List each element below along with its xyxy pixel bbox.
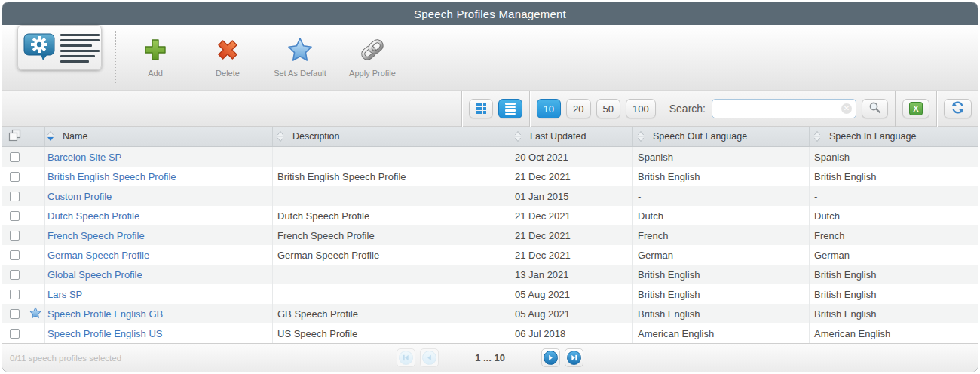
row-last-updated: 21 Dec 2021 (510, 206, 632, 225)
page-size-100-button[interactable]: 100 (626, 99, 656, 118)
delete-x-icon (215, 37, 240, 65)
logo-text-lines (60, 34, 100, 63)
column-header-last-updated[interactable]: Last Updated (510, 127, 632, 146)
chain-link-icon (360, 37, 385, 65)
row-speech-in: French (809, 225, 978, 245)
row-last-updated: 05 Aug 2021 (510, 304, 632, 323)
row-description: French Speech Profile (272, 225, 510, 245)
refresh-button[interactable] (944, 99, 972, 118)
row-name-link[interactable]: Barcelon Site SP (47, 152, 121, 163)
first-page-button[interactable] (397, 348, 415, 367)
row-checkbox[interactable] (10, 290, 20, 299)
list-view-button[interactable] (498, 99, 522, 118)
row-checkbox[interactable] (10, 250, 20, 260)
row-checkbox[interactable] (10, 192, 20, 201)
delete-button-label: Delete (216, 69, 240, 78)
row-checkbox[interactable] (10, 152, 20, 162)
row-name-link[interactable]: Lars SP (47, 289, 82, 300)
row-last-updated: 21 Dec 2021 (510, 225, 632, 245)
row-checkbox[interactable] (10, 211, 20, 221)
page-indicator: 1 ... 10 (475, 352, 505, 363)
speech-profiles-window: Speech Profiles Management (2, 2, 978, 372)
toolbar-separator (115, 31, 116, 84)
delete-button[interactable]: Delete (191, 34, 264, 81)
table-row: French Speech Profile French Speech Prof… (2, 225, 978, 245)
row-checkbox[interactable] (10, 329, 20, 339)
select-all-button[interactable] (8, 129, 21, 144)
row-last-updated: 21 Dec 2021 (510, 167, 632, 186)
row-name-link[interactable]: German Speech Profile (47, 250, 149, 261)
row-last-updated: 21 Dec 2021 (510, 245, 632, 265)
next-page-button[interactable] (541, 348, 560, 367)
row-speech-out: Spanish (632, 147, 809, 167)
page-size-10-button[interactable]: 10 (537, 99, 561, 118)
table-row: Barcelon Site SP 20 Oct 2021 Spanish Spa… (2, 147, 978, 167)
page-title: Speech Profiles Management (414, 8, 566, 20)
grid-view-button[interactable] (469, 99, 493, 118)
list-controls-bar: 10 20 50 100 Search: ✕ X (2, 91, 978, 127)
row-speech-in: British English (809, 304, 978, 323)
row-speech-out: - (632, 186, 809, 206)
row-speech-out: British English (632, 284, 809, 304)
row-last-updated: 20 Oct 2021 (510, 147, 632, 167)
previous-page-icon (422, 351, 436, 365)
last-page-icon (567, 351, 581, 365)
column-header-speech-out[interactable]: Speech Out Language (632, 127, 809, 146)
previous-page-button[interactable] (420, 348, 439, 367)
row-description (272, 265, 510, 284)
row-last-updated: 13 Jan 2021 (510, 265, 632, 284)
pagination: 1 ... 10 (2, 348, 978, 367)
row-speech-out: German (632, 245, 809, 265)
column-header-name[interactable]: Name (44, 127, 272, 146)
plus-icon (142, 37, 168, 65)
table-row: Speech Profile English GB GB Speech Prof… (2, 304, 978, 323)
export-excel-button[interactable]: X (902, 99, 929, 118)
add-button-label: Add (148, 69, 163, 78)
row-speech-out: French (632, 225, 809, 245)
column-header-speech-in[interactable]: Speech In Language (809, 127, 978, 146)
row-checkbox[interactable] (10, 309, 20, 319)
selection-status: 0/11 speech profiles selected (10, 354, 121, 363)
grid-view-icon (476, 103, 486, 114)
column-header-description[interactable]: Description (272, 127, 510, 146)
clear-search-icon[interactable]: ✕ (841, 103, 852, 114)
row-checkbox[interactable] (10, 270, 20, 280)
table-footer: 0/11 speech profiles selected 1 ... 10 (2, 343, 978, 372)
row-checkbox[interactable] (10, 231, 20, 241)
apply-profile-button-label: Apply Profile (349, 69, 396, 78)
row-name-link[interactable]: British English Speech Profile (47, 171, 176, 182)
table-row: German Speech Profile German Speech Prof… (2, 245, 978, 265)
row-description: German Speech Profile (272, 245, 510, 265)
default-star-icon (29, 307, 41, 321)
page-size-50-button[interactable]: 50 (596, 99, 620, 118)
speech-bubble-gear-icon (23, 31, 56, 64)
set-as-default-button[interactable]: Set As Default (264, 34, 336, 81)
window-titlebar: Speech Profiles Management (2, 2, 978, 25)
row-name-link[interactable]: Custom Profile (47, 191, 112, 202)
apply-profile-button[interactable]: Apply Profile (336, 34, 409, 81)
row-speech-in: British English (809, 167, 978, 186)
row-checkbox[interactable] (10, 172, 20, 182)
select-all-pages-icon (8, 133, 21, 144)
last-page-button[interactable] (565, 348, 583, 367)
row-name-link[interactable]: French Speech Profile (47, 230, 145, 241)
search-input[interactable] (712, 99, 856, 118)
list-view-icon (505, 103, 516, 115)
row-speech-in: British English (809, 265, 978, 284)
row-name-link[interactable]: Dutch Speech Profile (47, 210, 139, 222)
sort-arrows-icon (814, 132, 820, 141)
add-button[interactable]: Add (119, 34, 191, 81)
row-description: US Speech Profile (272, 323, 510, 343)
star-icon (287, 37, 313, 65)
row-speech-in: German (809, 245, 978, 265)
table-row: Lars SP 05 Aug 2021 British English Brit… (2, 284, 978, 304)
sort-arrows-icon (638, 132, 644, 141)
row-name-link[interactable]: Global Speech Profile (47, 269, 142, 280)
row-last-updated: 06 Jul 2018 (510, 323, 632, 343)
page-size-20-button[interactable]: 20 (566, 99, 590, 118)
row-name-link[interactable]: Speech Profile English GB (47, 308, 163, 320)
row-name-link[interactable]: Speech Profile English US (47, 328, 162, 339)
row-last-updated: 05 Aug 2021 (510, 284, 632, 304)
row-description: Dutch Speech Profile (272, 206, 510, 225)
search-submit-button[interactable] (862, 99, 888, 118)
